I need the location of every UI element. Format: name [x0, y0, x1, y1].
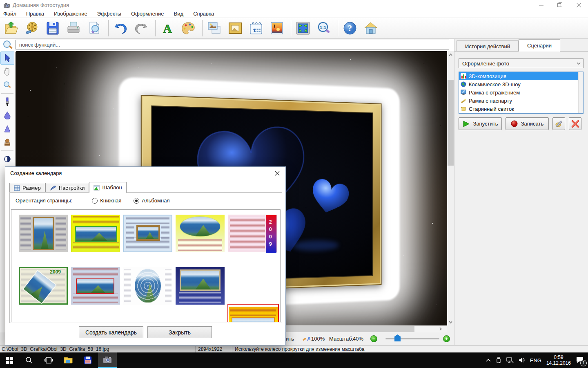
- delete-scenario-button[interactable]: [569, 117, 581, 130]
- list-item[interactable]: Космическое 3D-шоу: [459, 80, 583, 88]
- task-view-icon[interactable]: [39, 352, 58, 368]
- menu-decor[interactable]: Оформление: [131, 11, 164, 17]
- action-center-icon[interactable]: 1: [576, 356, 584, 365]
- template-thumbnail-2[interactable]: [71, 215, 120, 252]
- close-button[interactable]: [569, 0, 588, 10]
- blur-drop-tool-icon[interactable]: [0, 109, 14, 122]
- home-icon[interactable]: [363, 20, 379, 37]
- fit-percent-value: 100%: [311, 336, 325, 342]
- hand-pan-tool-icon[interactable]: [0, 65, 14, 78]
- sharpen-cone-tool-icon[interactable]: [0, 122, 14, 135]
- actual-size-icon[interactable]: 1:1: [316, 20, 332, 37]
- clock[interactable]: 0:59 14.12.2016: [546, 355, 571, 366]
- scroll-right-icon[interactable]: [437, 325, 444, 332]
- toolbar-separator: [108, 20, 109, 36]
- category-dropdown[interactable]: Оформление фото: [459, 58, 584, 68]
- undo-icon[interactable]: [113, 20, 128, 37]
- list-item[interactable]: Рамка с паспарту: [459, 96, 583, 105]
- template-thumbnail-6[interactable]: 2009: [19, 267, 68, 305]
- scroll-down-icon[interactable]: [447, 319, 454, 325]
- template-thumbnail-5[interactable]: 2009: [228, 215, 277, 252]
- tray-chevron-up-icon[interactable]: [486, 359, 491, 362]
- windows-taskbar: E ENG 0:59 14.12.2016 1: [0, 352, 588, 368]
- network-icon[interactable]: [506, 357, 514, 363]
- slideshow-reel-icon[interactable]: [24, 20, 40, 37]
- taskbar-search-icon[interactable]: [20, 352, 38, 368]
- print-preview-icon[interactable]: [87, 20, 102, 37]
- contrast-tool-icon[interactable]: [0, 153, 14, 166]
- list-item[interactable]: Старинный свиток: [459, 105, 583, 113]
- open-folder-icon[interactable]: [3, 20, 19, 37]
- photo-frame-icon[interactable]: [227, 20, 243, 37]
- template-thumbnail-7[interactable]: [71, 267, 120, 305]
- menu-image[interactable]: Изображение: [54, 11, 87, 17]
- edit-scenario-button[interactable]: [552, 117, 565, 130]
- save-floppy-icon[interactable]: [45, 20, 60, 37]
- template-thumbnail-8[interactable]: [123, 267, 172, 305]
- radio-portrait-label[interactable]: Книжная: [100, 197, 121, 204]
- calendar-icon[interactable]: 1: [248, 20, 264, 37]
- tab-settings[interactable]: Настройки: [45, 183, 89, 193]
- list-item[interactable]: Рамка с отражением: [459, 88, 583, 96]
- dialog-close-icon[interactable]: [272, 168, 283, 178]
- speaker-icon[interactable]: [519, 357, 525, 363]
- template-thumbnail-3[interactable]: [123, 215, 172, 252]
- zoom-tool-icon[interactable]: [0, 79, 14, 92]
- stamp-tool-icon[interactable]: [0, 136, 14, 149]
- template-thumbnail-9[interactable]: [176, 267, 225, 305]
- file-explorer-icon[interactable]: [59, 352, 78, 368]
- fit-to-screen-icon[interactable]: [295, 20, 311, 37]
- print-icon[interactable]: [66, 20, 81, 37]
- vertical-scrollbar[interactable]: [447, 51, 454, 325]
- tab-template[interactable]: Шаблон: [89, 182, 126, 193]
- radio-landscape[interactable]: [134, 198, 139, 204]
- tab-scenarios[interactable]: Сценарии: [519, 39, 560, 52]
- close-dialog-button[interactable]: Закрыть: [147, 326, 212, 338]
- zoom-slider-thumb[interactable]: [394, 334, 401, 341]
- clipped-button-text[interactable]: ить: [286, 336, 294, 342]
- tab-action-history[interactable]: История действий: [457, 40, 519, 52]
- minimize-button[interactable]: [532, 0, 550, 10]
- menu-file[interactable]: Файл: [3, 11, 16, 17]
- dialog-title-bar[interactable]: Создание календаря: [5, 167, 285, 179]
- help-icon[interactable]: ?: [342, 20, 358, 37]
- template-thumbnail-4[interactable]: [176, 215, 225, 252]
- search-input[interactable]: [16, 40, 449, 49]
- cursor-tool-icon[interactable]: [0, 52, 14, 65]
- template-thumbnail-10[interactable]: [229, 307, 278, 322]
- zoom-slider-track[interactable]: [385, 338, 439, 339]
- create-calendar-button[interactable]: Создать календарь: [79, 326, 143, 338]
- photo-montage-icon[interactable]: [207, 20, 222, 37]
- image-icon: [94, 185, 100, 191]
- run-scenario-button[interactable]: Запустить: [459, 117, 502, 130]
- scroll-up-icon[interactable]: [447, 51, 454, 58]
- menu-help[interactable]: Справка: [193, 11, 214, 17]
- record-scenario-button[interactable]: Записать: [506, 117, 549, 130]
- photo-studio-app-icon[interactable]: [98, 352, 117, 368]
- radio-landscape-label[interactable]: Альбомная: [142, 197, 169, 204]
- redo-icon[interactable]: [134, 20, 149, 37]
- scenario-listbox[interactable]: 3D-композиция Космическое 3D-шоу Рамка с…: [459, 72, 584, 114]
- menu-view[interactable]: Вид: [174, 11, 184, 17]
- vertical-scroll-thumb[interactable]: [448, 80, 454, 166]
- zoom-out-button[interactable]: −: [370, 335, 377, 342]
- tab-size[interactable]: Размер: [9, 183, 45, 193]
- selected-template-box[interactable]: [227, 304, 279, 322]
- restore-button[interactable]: [550, 0, 569, 10]
- radio-portrait[interactable]: [92, 198, 98, 204]
- template-thumbnail-1[interactable]: [19, 215, 68, 252]
- zoom-in-button[interactable]: +: [443, 335, 450, 342]
- language-indicator[interactable]: ENG: [530, 357, 541, 364]
- start-button[interactable]: [0, 352, 19, 368]
- add-text-icon[interactable]: A: [160, 20, 175, 37]
- postcard-icon[interactable]: [269, 20, 285, 37]
- status-separator: [195, 346, 196, 353]
- listbox-scrollbar[interactable]: [578, 72, 583, 113]
- palette-icon[interactable]: [180, 20, 196, 37]
- menu-edit[interactable]: Правка: [26, 11, 44, 17]
- menu-effects[interactable]: Эффекты: [97, 11, 121, 17]
- usb-icon[interactable]: [496, 357, 501, 364]
- brush-tool-icon[interactable]: [0, 95, 14, 108]
- floppy-app-icon[interactable]: E: [78, 352, 97, 368]
- list-item[interactable]: 3D-композиция: [459, 72, 583, 80]
